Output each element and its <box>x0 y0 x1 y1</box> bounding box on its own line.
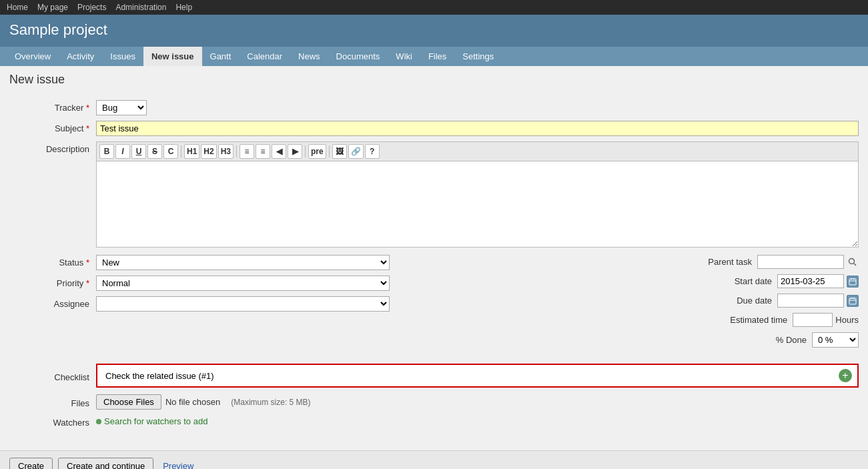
due-date-input[interactable] <box>777 294 844 308</box>
topnav-home[interactable]: Home <box>7 3 28 12</box>
toolbar-image[interactable]: 🖼 <box>332 144 347 159</box>
due-date-calendar-icon[interactable] <box>847 295 859 307</box>
search-watchers-dot <box>96 419 101 424</box>
description-field: B I U S C H1 H2 H3 ≡ ≡ ◀ ▶ pre <box>96 141 859 250</box>
parent-task-search-icon[interactable] <box>847 256 859 268</box>
left-fields: Status * New In Progress Resolved Feedba… <box>9 255 632 317</box>
right-fields: Parent task Start date <box>632 255 859 353</box>
priority-row: Priority * Low Normal High Urgent Immedi… <box>9 276 632 291</box>
toolbar-sep2 <box>236 145 237 157</box>
max-size-text: (Maximum size: 5 MB) <box>231 398 310 407</box>
watchers-field: Search for watchers to add <box>96 416 207 426</box>
project-title: Sample project <box>9 21 859 39</box>
search-watchers-link[interactable]: Search for watchers to add <box>96 416 207 426</box>
toolbar-sep3 <box>305 145 306 157</box>
toolbar-sep4 <box>329 145 330 157</box>
parent-task-input[interactable] <box>757 255 844 269</box>
start-date-row: Start date <box>645 274 859 288</box>
topnav-projects[interactable]: Projects <box>77 3 106 12</box>
tab-nav: Overview Activity Issues New issue Gantt… <box>0 47 868 66</box>
checklist-label: Checklist <box>9 370 96 382</box>
tab-activity[interactable]: Activity <box>59 47 102 66</box>
status-field: New In Progress Resolved Feedback Closed… <box>96 255 632 270</box>
due-date-label: Due date <box>737 296 777 306</box>
two-col-layout: Status * New In Progress Resolved Feedba… <box>9 255 859 353</box>
files-field: Choose Files No file chosen (Maximum siz… <box>96 394 311 410</box>
pct-done-select[interactable]: 0 % 10 % 20 % 30 % 40 % 50 % 60 % 70 % 8… <box>812 332 859 348</box>
watchers-label: Watchers <box>9 415 96 428</box>
choose-files-button[interactable]: Choose Files <box>96 394 161 410</box>
priority-field: Low Normal High Urgent Immediate <box>96 276 632 291</box>
topnav-mypage[interactable]: My page <box>37 3 68 12</box>
create-continue-button[interactable]: Create and continue <box>58 458 153 469</box>
estimated-time-label: Estimated time <box>730 315 793 325</box>
page-title: New issue <box>9 73 859 91</box>
toolbar-indent-right[interactable]: ▶ <box>288 144 302 159</box>
due-date-row: Due date <box>645 294 859 308</box>
assignee-label: Assignee <box>9 296 96 309</box>
subject-row: Subject * <box>9 121 859 136</box>
toolbar-underline[interactable]: U <box>131 144 146 159</box>
tab-issues[interactable]: Issues <box>102 47 143 66</box>
assignee-select[interactable] <box>96 296 390 312</box>
estimated-time-input[interactable] <box>793 313 833 327</box>
tab-documents[interactable]: Documents <box>328 47 388 66</box>
create-button[interactable]: Create <box>9 458 53 469</box>
preview-button[interactable]: Preview <box>159 458 197 469</box>
checklist-add-button[interactable]: + <box>839 369 852 382</box>
tracker-select[interactable]: Bug Feature Support <box>96 100 147 115</box>
tab-calendar[interactable]: Calendar <box>239 47 290 66</box>
toolbar-bold[interactable]: B <box>99 144 114 159</box>
topnav-administration[interactable]: Administration <box>115 3 166 12</box>
toolbar-italic[interactable]: I <box>115 144 130 159</box>
topnav-help[interactable]: Help <box>175 3 192 12</box>
toolbar-ul[interactable]: ≡ <box>240 144 254 159</box>
description-textarea[interactable] <box>96 161 859 248</box>
priority-label: Priority * <box>9 276 96 288</box>
toolbar-indent-left[interactable]: ◀ <box>272 144 286 159</box>
subject-input[interactable] <box>96 121 859 136</box>
files-label: Files <box>9 396 96 408</box>
tracker-label: Tracker * <box>9 100 96 113</box>
tab-settings[interactable]: Settings <box>454 47 502 66</box>
tab-gantt[interactable]: Gantt <box>202 47 240 66</box>
status-label: Status * <box>9 255 96 268</box>
watchers-row: Watchers Search for watchers to add <box>9 415 859 428</box>
toolbar-h3[interactable]: H3 <box>218 144 234 159</box>
tab-news[interactable]: News <box>290 47 328 66</box>
tracker-field: Bug Feature Support <box>96 100 859 115</box>
checklist-section: Checklist + <box>9 364 859 388</box>
status-row: Status * New In Progress Resolved Feedba… <box>9 255 632 270</box>
toolbar-h2[interactable]: H2 <box>201 144 216 159</box>
toolbar-link[interactable]: 🔗 <box>348 144 364 159</box>
checklist-box: + <box>96 364 859 388</box>
tab-wiki[interactable]: Wiki <box>388 47 420 66</box>
status-select[interactable]: New In Progress Resolved Feedback Closed… <box>96 255 390 270</box>
top-nav: Home My page Projects Administration Hel… <box>0 0 868 15</box>
tab-overview[interactable]: Overview <box>7 47 59 66</box>
estimated-time-row: Estimated time Hours <box>645 313 859 327</box>
toolbar-pre[interactable]: pre <box>308 144 326 159</box>
description-label: Description <box>9 141 96 154</box>
parent-task-label: Parent task <box>708 257 757 267</box>
due-date-input-container <box>777 294 859 308</box>
toolbar-code[interactable]: C <box>163 144 178 159</box>
svg-rect-6 <box>849 298 856 304</box>
tab-files[interactable]: Files <box>420 47 454 66</box>
toolbar-h1[interactable]: H1 <box>184 144 199 159</box>
parent-task-row: Parent task <box>645 255 859 269</box>
tab-new-issue[interactable]: New issue <box>143 47 202 66</box>
toolbar-help[interactable]: ? <box>365 144 380 159</box>
pct-done-row: % Done 0 % 10 % 20 % 30 % 40 % 50 % 60 %… <box>645 332 859 348</box>
checklist-input[interactable] <box>103 370 839 382</box>
subject-label: Subject * <box>9 121 96 133</box>
priority-select[interactable]: Low Normal High Urgent Immediate <box>96 276 390 291</box>
description-toolbar: B I U S C H1 H2 H3 ≡ ≡ ◀ ▶ pre <box>96 141 859 161</box>
toolbar-ol[interactable]: ≡ <box>256 144 270 159</box>
assignee-row: Assignee <box>9 296 632 312</box>
start-date-input[interactable] <box>777 274 844 288</box>
toolbar-strikethrough[interactable]: S <box>147 144 162 159</box>
start-date-calendar-icon[interactable] <box>847 276 859 288</box>
subject-required: * <box>86 123 89 133</box>
toolbar-sep1 <box>181 145 181 157</box>
